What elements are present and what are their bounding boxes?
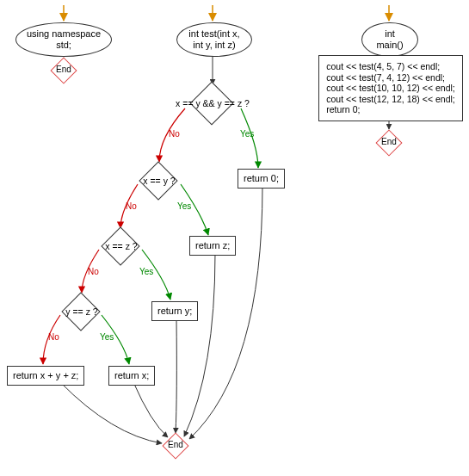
d4-no: No xyxy=(48,332,59,342)
start-test: int test(int x, int y, int z) xyxy=(176,22,252,57)
return-z: return z; xyxy=(189,236,236,256)
end-node-col3: End xyxy=(375,129,403,157)
return-0-text: return 0; xyxy=(244,173,279,184)
end-node-col2: End xyxy=(162,432,189,460)
return-sum: return x + y + z; xyxy=(7,366,84,386)
return-z-text: return z; xyxy=(195,240,230,251)
return-sum-text: return x + y + z; xyxy=(13,370,78,381)
d1-text: x == y && y == z ? xyxy=(155,98,270,108)
end-node-col1: End xyxy=(50,57,77,84)
decision-d4: y == z ? xyxy=(43,293,120,331)
d4-yes: Yes xyxy=(100,332,114,342)
start-main: int main() xyxy=(361,22,418,57)
return-y-text: return y; xyxy=(157,306,192,317)
decision-d3: x == z ? xyxy=(83,227,160,265)
end-label: End xyxy=(50,65,77,74)
d1-no: No xyxy=(169,129,180,139)
d2-text: x == y ? xyxy=(120,176,198,186)
main-body-text: cout << test(4, 5, 7) << endl; cout << t… xyxy=(326,61,454,115)
return-0: return 0; xyxy=(238,169,285,189)
d2-no: No xyxy=(126,201,137,211)
d3-no: No xyxy=(88,267,99,276)
d3-yes: Yes xyxy=(139,267,153,276)
main-body: cout << test(4, 5, 7) << endl; cout << t… xyxy=(318,55,463,121)
end-label: End xyxy=(375,137,403,146)
start-label: using namespace std; xyxy=(25,28,102,51)
return-x-text: return x; xyxy=(114,370,149,381)
d4-text: y == z ? xyxy=(43,306,120,317)
return-x: return x; xyxy=(108,366,155,386)
start-using-namespace: using namespace std; xyxy=(15,22,112,57)
return-y: return y; xyxy=(151,301,198,321)
test-signature: int test(int x, int y, int z) xyxy=(188,28,239,51)
main-label: int main() xyxy=(371,28,409,51)
decision-d1: x == y && y == z ? xyxy=(155,84,270,122)
d2-yes: Yes xyxy=(177,201,191,211)
d3-text: x == z ? xyxy=(83,241,160,251)
end-label: End xyxy=(162,440,189,449)
d1-yes: Yes xyxy=(240,129,254,139)
decision-d2: x == y ? xyxy=(120,162,198,200)
